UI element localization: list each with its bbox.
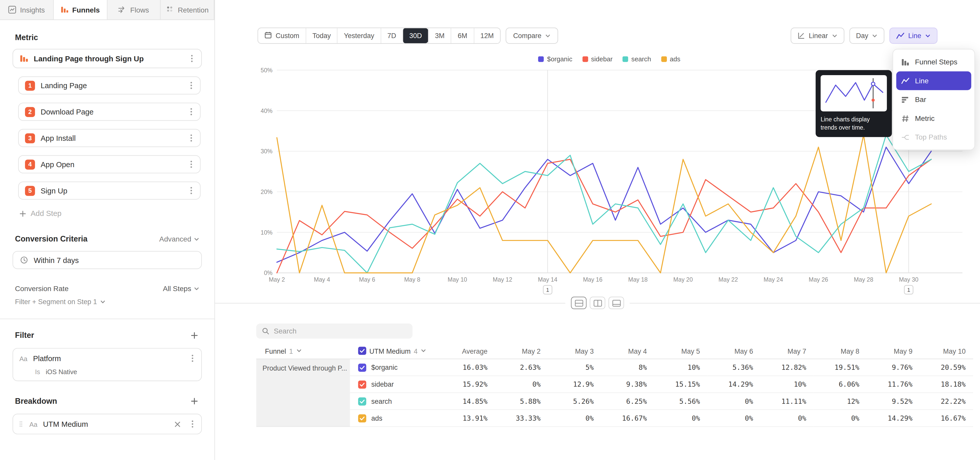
chart-type-button[interactable]: Line	[889, 27, 937, 44]
date-range-label: 7D	[387, 32, 396, 39]
advanced-dropdown[interactable]: Advanced	[159, 235, 199, 243]
series-line-$organic	[277, 147, 931, 262]
rows-split-view-button[interactable]	[571, 297, 587, 309]
series-name: search	[371, 398, 392, 405]
granularity-button[interactable]: Day	[849, 27, 885, 44]
funnel-step[interactable]: 2Download Page	[18, 103, 200, 121]
series-row-label: sidebar	[350, 376, 439, 393]
kebab-menu-icon[interactable]	[190, 353, 195, 364]
metric-icon	[901, 114, 909, 122]
table-search[interactable]	[256, 324, 412, 339]
funnel-metric-card[interactable]: Landing Page through Sign Up	[13, 49, 202, 68]
legend-label: ads	[670, 55, 680, 62]
step-label: App Install	[41, 134, 183, 142]
funnel-column-header[interactable]: Funnel1	[256, 343, 350, 359]
columns-split-view-button[interactable]	[590, 297, 605, 309]
insights-icon	[8, 6, 16, 14]
chevron-down-icon	[421, 348, 426, 354]
search-input[interactable]	[274, 327, 407, 335]
legend-item[interactable]: search	[623, 55, 651, 62]
add-step-button[interactable]: Add Step	[19, 209, 215, 218]
tab-flows[interactable]: Flows	[107, 0, 161, 19]
add-breakdown-button[interactable]	[189, 396, 199, 406]
add-filter-button[interactable]	[189, 331, 199, 340]
annotation-marker[interactable]: 1	[904, 286, 913, 294]
chevron-down-icon	[872, 33, 878, 38]
funnel-step[interactable]: 1Landing Page	[18, 77, 200, 94]
date-range-3m[interactable]: 3M	[428, 28, 451, 43]
linear-scale-button[interactable]: Linear	[791, 27, 844, 44]
kebab-icon[interactable]	[189, 106, 194, 117]
funnel-header-label: Funnel	[265, 347, 286, 355]
funnel-step[interactable]: 5Sign Up	[18, 181, 200, 200]
kebab-icon[interactable]	[189, 185, 194, 196]
series-row-label: $organic	[350, 359, 439, 376]
date-range-today[interactable]: Today	[305, 28, 337, 43]
series-checkbox[interactable]	[358, 363, 366, 372]
menu-item-funnel-steps[interactable]: Funnel Steps	[896, 53, 971, 71]
tab-retention[interactable]: Retention	[161, 0, 215, 19]
legend-item[interactable]: ads	[661, 55, 680, 62]
tab-insights[interactable]: Insights	[0, 0, 54, 19]
all-steps-dropdown[interactable]: All Steps	[163, 285, 199, 292]
kebab-icon[interactable]	[189, 133, 194, 143]
step-label: App Open	[41, 160, 183, 169]
tab-label: Insights	[20, 6, 45, 13]
filter-segment-dropdown[interactable]: Filter + Segment on Step 1	[15, 298, 199, 305]
date-range-group: CustomTodayYesterday7D30D3M6M12M	[258, 27, 501, 44]
svg-text:May 16: May 16	[583, 276, 602, 283]
value-cell: 5.56%	[654, 393, 708, 410]
series-checkbox[interactable]	[358, 414, 366, 422]
kebab-menu-icon[interactable]	[190, 418, 195, 429]
series-checkbox[interactable]	[358, 347, 366, 355]
date-range-7d[interactable]: 7D	[380, 28, 402, 43]
legend-swatch	[582, 56, 588, 62]
value-cell: 9.52%	[867, 393, 920, 410]
filter-value[interactable]: iOS Native	[46, 368, 77, 375]
funnel-step[interactable]: 4App Open	[18, 155, 200, 173]
date-range-12m[interactable]: 12M	[473, 28, 500, 43]
funnel-step[interactable]: 3App Install	[18, 129, 200, 147]
legend-item[interactable]: $organic	[538, 55, 573, 62]
compare-button[interactable]: Compare	[506, 27, 558, 44]
svg-text:May 26: May 26	[809, 276, 828, 283]
filter-platform-card[interactable]: Aa Platform Is iOS Native	[13, 348, 202, 381]
date-range-6m[interactable]: 6M	[451, 28, 474, 43]
svg-text:May 4: May 4	[314, 276, 330, 283]
calendar-icon	[264, 31, 272, 40]
date-range-30d[interactable]: 30D	[402, 28, 428, 43]
series-checkbox[interactable]	[358, 397, 366, 405]
annotation-marker[interactable]: 1	[543, 286, 552, 294]
drag-handle-icon[interactable]	[19, 421, 22, 428]
legend-item[interactable]: sidebar	[582, 55, 613, 62]
series-checkbox[interactable]	[358, 380, 366, 388]
series-line-search	[277, 135, 931, 273]
date-range-label: 3M	[435, 32, 445, 39]
tooltip-text: Line charts display trends over time.	[821, 116, 887, 132]
date-range-custom[interactable]: Custom	[258, 28, 305, 43]
breakdown-utm-card[interactable]: Aa UTM Medium	[13, 414, 202, 434]
tab-funnels[interactable]: Funnels	[54, 0, 107, 19]
kebab-icon[interactable]	[189, 80, 194, 91]
bar-chart-icon	[901, 95, 909, 104]
conversion-window[interactable]: Within 7 days	[13, 251, 202, 269]
kebab-icon[interactable]	[189, 159, 194, 170]
line-chart-icon	[901, 77, 909, 85]
bottom-panel-view-button[interactable]	[608, 297, 624, 309]
breakdown-count: 4	[414, 347, 417, 355]
menu-item-bar[interactable]: Bar	[896, 90, 971, 109]
date-range-yesterday[interactable]: Yesterday	[337, 28, 380, 43]
chart-toolbar: CustomTodayYesterday7D30D3M6M12M Compare…	[258, 27, 937, 44]
menu-item-line[interactable]: Line	[896, 71, 971, 90]
date-range-label: 12M	[480, 32, 493, 39]
svg-text:May 20: May 20	[673, 276, 693, 283]
breakdown-column-header[interactable]: UTM Medium4	[350, 343, 439, 359]
menu-item-metric[interactable]: Metric	[896, 109, 971, 128]
date-range-label: Today	[312, 32, 331, 39]
series-row-label: ads	[350, 410, 439, 427]
svg-text:May 28: May 28	[854, 276, 873, 283]
legend-label: sidebar	[591, 55, 612, 62]
value-cell: 8%	[601, 359, 654, 376]
remove-breakdown-icon[interactable]	[173, 420, 182, 428]
kebab-menu-icon[interactable]	[189, 53, 194, 64]
